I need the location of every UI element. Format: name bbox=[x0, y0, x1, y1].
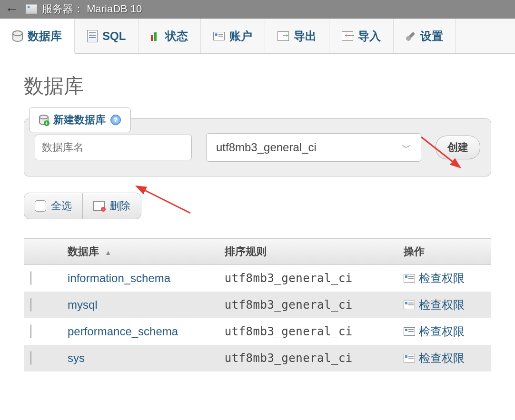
create-db-fieldset: + 新建数据库 utf8mb3_general_ci ﹀ 创建 bbox=[24, 118, 491, 176]
import-icon bbox=[342, 31, 353, 41]
db-link[interactable]: mysql bbox=[68, 298, 98, 311]
db-icon bbox=[12, 30, 23, 42]
server-name: MariaDB 10 bbox=[87, 3, 142, 15]
th-database-label: 数据库 bbox=[68, 245, 99, 257]
table-row: information_schema utf8mb3_general_ci 检查… bbox=[24, 265, 491, 292]
delete-action[interactable]: 删除 bbox=[82, 193, 141, 219]
accounts-icon bbox=[213, 32, 225, 40]
tab-label: 账户 bbox=[229, 29, 252, 44]
page-title: 数据库 bbox=[24, 73, 491, 99]
tab-accounts[interactable]: 账户 bbox=[201, 19, 265, 53]
batch-actions: 全选 删除 bbox=[24, 193, 141, 219]
help-icon[interactable] bbox=[110, 115, 121, 125]
delete-label: 删除 bbox=[109, 199, 130, 213]
check-privileges-link[interactable]: 检查权限 bbox=[404, 324, 485, 339]
row-checkbox[interactable] bbox=[30, 298, 31, 312]
row-checkbox[interactable] bbox=[30, 271, 31, 285]
settings-icon bbox=[404, 29, 417, 42]
server-label: 服务器： MariaDB 10 bbox=[42, 2, 142, 16]
privileges-icon bbox=[404, 301, 415, 309]
back-button[interactable]: ← bbox=[3, 1, 21, 17]
db-collation: utf8mb3_general_ci bbox=[218, 265, 397, 292]
db-link[interactable]: information_schema bbox=[68, 272, 170, 284]
priv-label: 检查权限 bbox=[419, 351, 465, 366]
db-add-icon: + bbox=[39, 115, 49, 125]
tab-label: 状态 bbox=[165, 29, 188, 44]
privileges-icon bbox=[404, 354, 415, 362]
db-collation: utf8mb3_general_ci bbox=[218, 318, 397, 345]
db-link[interactable]: performance_schema bbox=[68, 325, 178, 338]
dbname-input[interactable] bbox=[35, 135, 192, 160]
tab-export[interactable]: 导出 bbox=[265, 19, 329, 53]
tab-bar: 数据库 SQL 状态 账户 导出 导入 设置 bbox=[0, 19, 515, 54]
tab-label: SQL bbox=[102, 29, 126, 43]
collation-select[interactable]: utf8mb3_general_ci ﹀ bbox=[206, 133, 421, 162]
db-link[interactable]: sys bbox=[68, 352, 85, 364]
server-icon bbox=[26, 4, 37, 14]
db-collation: utf8mb3_general_ci bbox=[218, 292, 397, 318]
svg-line-0 bbox=[143, 189, 190, 213]
server-bar: ← 服务器： MariaDB 10 bbox=[0, 0, 515, 19]
table-row: sys utf8mb3_general_ci 检查权限 bbox=[24, 345, 491, 371]
privileges-icon bbox=[404, 274, 415, 283]
tab-label: 导入 bbox=[358, 29, 381, 44]
tab-import[interactable]: 导入 bbox=[329, 19, 394, 53]
priv-label: 检查权限 bbox=[419, 297, 465, 313]
row-checkbox[interactable] bbox=[30, 324, 31, 338]
create-db-legend-text: 新建数据库 bbox=[53, 113, 106, 127]
th-ops: 操作 bbox=[397, 239, 491, 265]
tab-settings[interactable]: 设置 bbox=[394, 19, 456, 53]
select-all-label: 全选 bbox=[51, 199, 72, 213]
annotation-arrow bbox=[138, 187, 195, 218]
sql-icon bbox=[87, 30, 98, 42]
privileges-icon bbox=[404, 327, 415, 336]
tab-label: 设置 bbox=[420, 29, 443, 44]
priv-label: 检查权限 bbox=[419, 324, 465, 339]
row-checkbox[interactable] bbox=[30, 351, 31, 365]
content: 数据库 + 新建数据库 utf8mb3_general_ci ﹀ 创建 全选 删… bbox=[0, 54, 515, 386]
collation-value: utf8mb3_general_ci bbox=[216, 141, 317, 154]
th-database[interactable]: 数据库 ▲ bbox=[61, 239, 218, 265]
check-privileges-link[interactable]: 检查权限 bbox=[404, 297, 485, 313]
create-button[interactable]: 创建 bbox=[436, 136, 480, 159]
tab-sql[interactable]: SQL bbox=[75, 19, 139, 53]
db-collation: utf8mb3_general_ci bbox=[218, 345, 397, 371]
chevron-down-icon: ﹀ bbox=[402, 141, 411, 154]
delete-icon bbox=[93, 201, 105, 211]
tab-label: 数据库 bbox=[28, 29, 62, 44]
server-label-prefix: 服务器： bbox=[42, 3, 84, 15]
check-privileges-link[interactable]: 检查权限 bbox=[404, 271, 485, 286]
tab-status[interactable]: 状态 bbox=[139, 19, 201, 53]
sort-asc-icon: ▲ bbox=[105, 249, 111, 256]
table-row: performance_schema utf8mb3_general_ci 检查… bbox=[24, 318, 491, 345]
th-checkbox bbox=[24, 239, 61, 265]
create-db-legend: + 新建数据库 bbox=[29, 107, 131, 132]
priv-label: 检查权限 bbox=[419, 271, 465, 286]
tab-databases[interactable]: 数据库 bbox=[0, 19, 75, 54]
export-icon bbox=[277, 31, 289, 41]
status-icon bbox=[151, 31, 160, 41]
check-privileges-link[interactable]: 检查权限 bbox=[404, 351, 485, 366]
select-all-action[interactable]: 全选 bbox=[24, 193, 82, 219]
table-row: mysql utf8mb3_general_ci 检查权限 bbox=[24, 292, 491, 318]
db-table: 数据库 ▲ 排序规则 操作 information_schema utf8mb3… bbox=[24, 238, 491, 371]
select-all-checkbox[interactable] bbox=[35, 200, 46, 212]
tab-label: 导出 bbox=[294, 29, 317, 44]
th-collation[interactable]: 排序规则 bbox=[218, 239, 397, 265]
